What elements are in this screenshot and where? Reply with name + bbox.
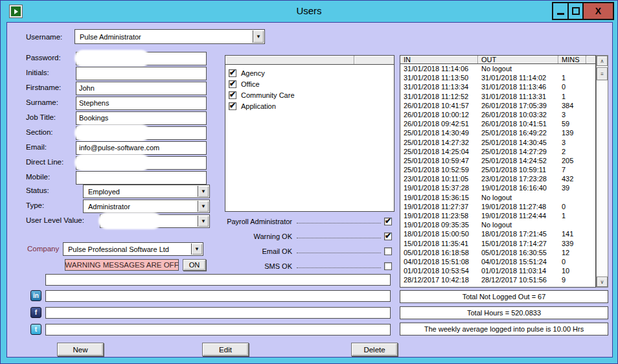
chevron-down-icon[interactable] xyxy=(253,30,264,43)
checkbox[interactable] xyxy=(384,262,392,270)
table-row[interactable]: 05/01/2018 16:18:58 05/01/2018 16:30:55 … xyxy=(400,248,595,257)
table-row[interactable]: 01/01/2018 10:53:54 01/01/2018 11:03:14 … xyxy=(400,266,595,275)
scroll-down-icon[interactable]: ∨ xyxy=(597,277,608,287)
table-row[interactable]: 26/01/2018 10:00:12 26/01/2018 10:03:32 … xyxy=(400,110,595,119)
table-row[interactable]: 25/01/2018 14:25:04 25/01/2018 14:27:29 … xyxy=(400,147,595,156)
checkbox[interactable] xyxy=(384,218,392,225)
dropdown-select[interactable] xyxy=(100,214,210,228)
table-row[interactable]: 28/12/2017 10:42:18 28/12/2017 10:51:56 … xyxy=(400,275,595,284)
text-input[interactable]: John xyxy=(76,82,207,95)
cell-in: 18/01/2018 15:00:50 xyxy=(400,229,478,238)
checkbox[interactable] xyxy=(229,69,236,77)
text-input[interactable] xyxy=(76,156,207,170)
permission-item[interactable]: Office xyxy=(229,78,391,89)
table-row[interactable]: 25/01/2018 14:27:32 25/01/2018 14:30:45 … xyxy=(400,138,595,147)
linkedin-icon[interactable]: in xyxy=(30,290,41,301)
scrollbar-thumb[interactable]: ≡ xyxy=(597,67,608,80)
table-row[interactable]: 15/01/2018 11:35:41 15/01/2018 17:14:27 … xyxy=(400,239,595,248)
cell-in: 25/01/2018 14:25:04 xyxy=(400,147,478,156)
field-value: Stephens xyxy=(79,99,109,107)
maximize-icon xyxy=(572,7,580,15)
table-row[interactable]: 21/12/2017 13:43:43 21/12/2017 13:44:51 … xyxy=(400,285,595,288)
chevron-down-icon[interactable] xyxy=(198,216,209,227)
table-row[interactable]: 31/01/2018 11:13:34 31/01/2018 11:13:46 … xyxy=(400,82,595,91)
cell-mins: 139 xyxy=(558,128,595,137)
flag-label: SMS OK xyxy=(223,262,292,270)
new-button[interactable]: New xyxy=(57,343,104,356)
table-row[interactable]: 19/01/2018 15:36:15 No logout xyxy=(400,193,595,202)
cell-out: 26/01/2018 10:41:51 xyxy=(478,119,558,128)
text-input[interactable] xyxy=(76,52,207,65)
maximize-button[interactable] xyxy=(567,2,584,20)
table-row[interactable]: 25/01/2018 14:30:49 25/01/2018 16:49:22 … xyxy=(400,128,595,137)
cell-mins: 1 xyxy=(558,211,595,220)
text-input[interactable]: info@pulse-software.com xyxy=(76,141,207,155)
minimize-button[interactable] xyxy=(552,2,569,20)
dropdown-select[interactable]: Employed xyxy=(83,185,210,198)
table-row[interactable]: 23/01/2018 10:11:05 23/01/2018 17:23:28 … xyxy=(400,174,595,183)
cell-mins: 10 xyxy=(558,266,595,275)
twitter-url-field[interactable] xyxy=(45,324,391,336)
chevron-down-icon[interactable] xyxy=(198,186,209,197)
form-field-row: Firstname: John xyxy=(26,82,207,97)
text-input[interactable] xyxy=(76,171,207,185)
edit-button[interactable]: Edit xyxy=(202,343,249,356)
chevron-down-icon[interactable] xyxy=(191,244,202,255)
table-row[interactable]: 19/01/2018 11:23:58 19/01/2018 11:24:44 … xyxy=(400,211,595,220)
column-header-mins[interactable]: MINS xyxy=(558,56,586,63)
dropdown-select[interactable]: Administrator xyxy=(83,199,210,213)
checkbox[interactable] xyxy=(229,91,236,99)
permission-item[interactable]: Agency xyxy=(229,67,391,78)
table-row[interactable]: 26/01/2018 09:42:51 26/01/2018 10:41:51 … xyxy=(400,119,595,128)
cell-out: 31/01/2018 11:13:31 xyxy=(478,92,558,101)
checkbox[interactable] xyxy=(229,80,236,88)
cell-in: 26/01/2018 10:41:57 xyxy=(400,101,478,110)
total-not-logged-out: Total Not Logged Out = 67 xyxy=(400,290,608,303)
title-bar[interactable]: Users X xyxy=(1,1,617,22)
permission-label: Office xyxy=(241,80,260,88)
text-input[interactable]: Bookings xyxy=(76,111,207,125)
twitter-icon[interactable]: t xyxy=(30,324,41,335)
table-row[interactable]: 31/01/2018 11:14:06 No logout xyxy=(400,64,595,73)
linkedin-url-field[interactable] xyxy=(45,290,391,302)
checkbox[interactable] xyxy=(229,102,236,110)
notes-field[interactable] xyxy=(45,274,391,286)
chevron-down-icon[interactable] xyxy=(198,201,209,212)
close-button[interactable]: X xyxy=(582,2,614,20)
field-label: Job Title: xyxy=(26,111,76,121)
text-input[interactable] xyxy=(76,67,207,80)
table-row[interactable]: 19/01/2018 11:27:37 19/01/2018 11:27:48 … xyxy=(400,202,595,211)
checkbox[interactable] xyxy=(384,233,392,240)
text-input[interactable]: Stephens xyxy=(76,97,207,110)
username-dropdown[interactable]: Pulse Administrator xyxy=(74,29,265,44)
column-header-out[interactable]: OUT xyxy=(478,56,558,63)
permission-item[interactable]: Community Care xyxy=(229,89,391,100)
table-row[interactable]: 26/01/2018 10:41:57 26/01/2018 17:05:39 … xyxy=(400,101,595,110)
delete-button[interactable]: Delete xyxy=(351,343,398,356)
login-log-table: IN OUT MINS 31/01/2018 11:14:06 No logou… xyxy=(400,55,608,288)
table-row[interactable]: 31/01/2018 11:12:52 31/01/2018 11:13:31 … xyxy=(400,92,595,101)
table-row[interactable]: 18/01/2018 15:00:50 18/01/2018 17:21:45 … xyxy=(400,229,595,238)
text-input[interactable] xyxy=(76,126,207,140)
warning-messages-banner: WARNING MESSAGES ARE OFF xyxy=(65,259,179,271)
column-header-in[interactable]: IN xyxy=(400,56,478,63)
checkbox[interactable] xyxy=(384,247,392,255)
window-title: Users xyxy=(1,5,617,16)
company-dropdown[interactable]: Pulse Professional Software Ltd xyxy=(63,242,203,256)
permission-item[interactable]: Application xyxy=(229,100,391,111)
table-row[interactable]: 19/01/2018 15:37:28 19/01/2018 16:16:40 … xyxy=(400,183,595,192)
scroll-up-icon[interactable]: ∧ xyxy=(597,56,608,66)
cell-out: 04/01/2018 15:51:24 xyxy=(478,257,558,266)
table-row[interactable]: 25/01/2018 10:52:59 25/01/2018 10:59:11 … xyxy=(400,165,595,174)
table-row[interactable]: 25/01/2018 10:59:47 25/01/2018 14:24:52 … xyxy=(400,156,595,165)
table-row[interactable]: 19/01/2018 09:35:35 No logout xyxy=(400,220,595,229)
vertical-scrollbar[interactable]: ∧ ≡ ∨ xyxy=(596,55,608,288)
permissions-listbox[interactable]: Agency Office Community Care Application xyxy=(225,55,395,212)
flag-row: Payroll Administrator xyxy=(223,216,392,225)
facebook-icon[interactable]: f xyxy=(30,307,41,318)
table-body[interactable]: 31/01/2018 11:14:06 No logout 31/01/2018… xyxy=(400,64,596,288)
warning-on-button[interactable]: ON xyxy=(183,259,206,271)
table-row[interactable]: 31/01/2018 11:13:50 31/01/2018 11:14:02 … xyxy=(400,73,595,82)
facebook-url-field[interactable] xyxy=(45,307,391,319)
table-row[interactable]: 04/01/2018 15:51:08 04/01/2018 15:51:24 … xyxy=(400,257,595,266)
